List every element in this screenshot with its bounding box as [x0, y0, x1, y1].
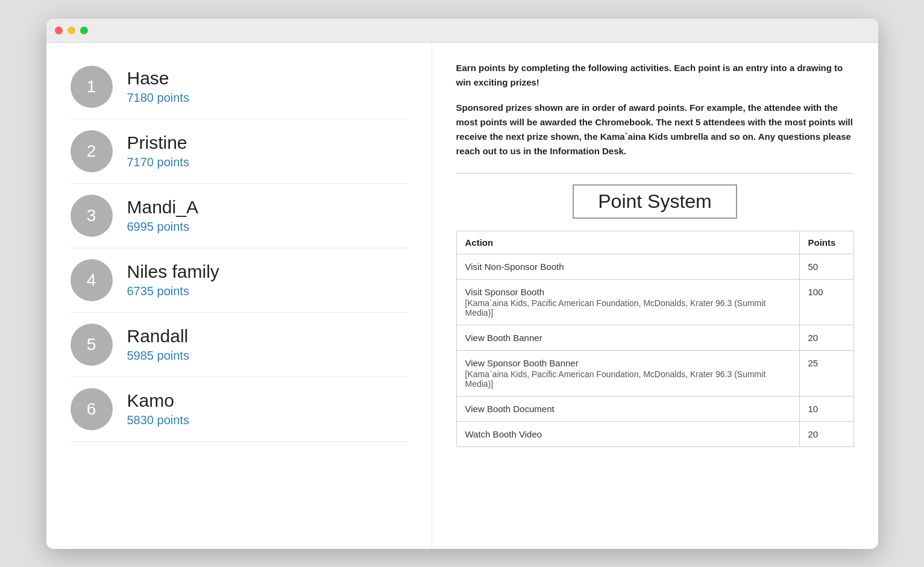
leaderboard-item: 3 Mandi_A 6995 points — [71, 184, 407, 248]
main-content: 1 Hase 7180 points 2 Pristine 7170 point… — [46, 43, 878, 549]
player-points: 5985 points — [127, 349, 189, 363]
action-main: View Sponsor Booth Banner — [465, 358, 791, 368]
action-cell: Watch Booth Video — [456, 421, 799, 446]
player-info: Pristine 7170 points — [127, 133, 189, 169]
points-column-header: Points — [799, 231, 853, 254]
player-name: Mandi_A — [127, 197, 198, 218]
leaderboard-item: 2 Pristine 7170 points — [71, 119, 407, 184]
player-points: 5830 points — [127, 413, 189, 427]
close-button[interactable] — [55, 27, 63, 34]
maximize-button[interactable] — [80, 27, 88, 34]
points-cell: 10 — [799, 396, 853, 421]
table-row: View Booth Document10 — [456, 396, 853, 421]
action-cell: View Booth Document — [456, 396, 799, 421]
leaderboard-panel: 1 Hase 7180 points 2 Pristine 7170 point… — [46, 43, 432, 549]
points-cell: 20 — [799, 325, 853, 350]
leaderboard-item: 4 Niles family 6735 points — [71, 248, 407, 313]
table-row: Watch Booth Video20 — [456, 421, 853, 446]
point-system-heading-wrapper: Point System — [456, 184, 854, 219]
action-main: Visit Non-Sponsor Booth — [465, 262, 791, 272]
points-cell: 20 — [799, 421, 853, 446]
action-main: View Booth Document — [465, 404, 791, 414]
player-name: Kamo — [127, 390, 189, 411]
table-row: View Sponsor Booth Banner[Kama`aina Kids… — [456, 350, 853, 396]
player-points: 6735 points — [127, 284, 219, 298]
traffic-lights — [55, 27, 88, 34]
description-1: Earn points by completing the following … — [456, 61, 854, 90]
points-cell: 50 — [799, 254, 853, 279]
action-sub: [Kama`aina Kids, Pacific American Founda… — [465, 298, 791, 318]
points-table: Action Points Visit Non-Sponsor Booth50V… — [456, 231, 854, 447]
player-info: Randall 5985 points — [127, 326, 189, 363]
player-points: 7180 points — [127, 91, 189, 105]
rank-circle: 4 — [71, 259, 113, 301]
action-main: Visit Sponsor Booth — [465, 287, 791, 297]
player-name: Niles family — [127, 262, 219, 282]
table-row: Visit Non-Sponsor Booth50 — [456, 254, 853, 279]
rank-circle: 5 — [71, 324, 113, 366]
player-info: Kamo 5830 points — [127, 390, 189, 427]
leaderboard-item: 6 Kamo 5830 points — [71, 377, 407, 442]
player-info: Mandi_A 6995 points — [127, 197, 198, 234]
leaderboard-item: 1 Hase 7180 points — [71, 55, 407, 119]
player-name: Randall — [127, 326, 189, 346]
description-2: Sponsored prizes shown are in order of a… — [456, 101, 854, 158]
action-cell: View Booth Banner — [456, 325, 799, 350]
player-points: 7170 points — [127, 155, 189, 169]
action-cell: View Sponsor Booth Banner[Kama`aina Kids… — [456, 350, 799, 396]
player-name: Pristine — [127, 133, 189, 153]
points-cell: 25 — [799, 350, 853, 396]
player-points: 6995 points — [127, 220, 198, 234]
player-name: Hase — [127, 68, 189, 89]
action-column-header: Action — [456, 231, 799, 254]
title-bar — [46, 19, 878, 43]
app-window: 1 Hase 7180 points 2 Pristine 7170 point… — [46, 19, 878, 549]
action-main: View Booth Banner — [465, 333, 791, 343]
leaderboard-item: 5 Randall 5985 points — [71, 313, 407, 377]
rank-circle: 2 — [71, 130, 113, 172]
rank-circle: 6 — [71, 388, 113, 430]
points-info-panel: Earn points by completing the following … — [432, 43, 878, 549]
section-divider — [456, 173, 854, 174]
rank-circle: 3 — [71, 195, 113, 237]
player-info: Niles family 6735 points — [127, 262, 219, 298]
points-cell: 100 — [799, 279, 853, 325]
table-row: View Booth Banner20 — [456, 325, 853, 350]
minimize-button[interactable] — [68, 27, 75, 34]
player-info: Hase 7180 points — [127, 68, 189, 105]
table-row: Visit Sponsor Booth[Kama`aina Kids, Paci… — [456, 279, 853, 325]
rank-circle: 1 — [71, 66, 113, 108]
action-cell: Visit Sponsor Booth[Kama`aina Kids, Paci… — [456, 279, 799, 325]
action-cell: Visit Non-Sponsor Booth — [456, 254, 799, 279]
point-system-title: Point System — [573, 184, 737, 219]
action-main: Watch Booth Video — [465, 429, 791, 439]
action-sub: [Kama`aina Kids, Pacific American Founda… — [465, 369, 791, 389]
